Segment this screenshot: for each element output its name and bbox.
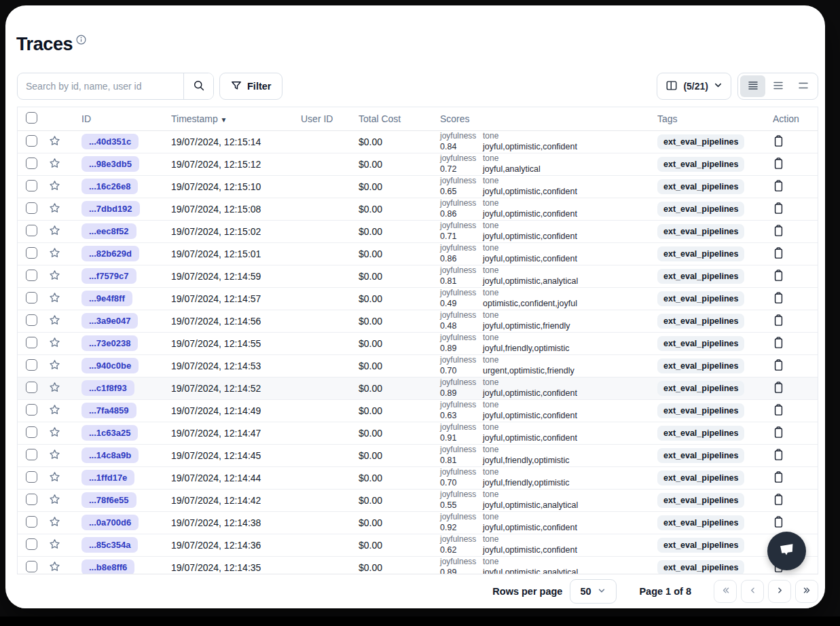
- delete-trace-button[interactable]: [773, 157, 784, 172]
- search-button[interactable]: [184, 73, 213, 100]
- tag-badge[interactable]: ext_eval_pipelines: [657, 336, 744, 351]
- bookmark-star-icon[interactable]: [48, 179, 61, 194]
- select-all-checkbox[interactable]: [26, 112, 37, 124]
- trace-id-badge[interactable]: ...9e4f8ff: [81, 291, 132, 306]
- filter-button[interactable]: Filter: [219, 73, 282, 100]
- row-checkbox[interactable]: [26, 292, 37, 303]
- delete-trace-button[interactable]: [773, 493, 784, 508]
- table-row[interactable]: ...3a9e047 19/07/2024, 12:14:56 $0.00 jo…: [18, 310, 818, 332]
- column-visibility-button[interactable]: (5/21): [657, 73, 731, 100]
- table-row[interactable]: ...f7579c7 19/07/2024, 12:14:59 $0.00 jo…: [18, 265, 818, 287]
- tag-badge[interactable]: ext_eval_pipelines: [657, 157, 744, 172]
- delete-trace-button[interactable]: [773, 314, 784, 329]
- table-row[interactable]: ...16c26e8 19/07/2024, 12:15:10 $0.00 jo…: [18, 175, 818, 198]
- delete-trace-button[interactable]: [773, 291, 784, 306]
- tag-badge[interactable]: ext_eval_pipelines: [657, 246, 744, 261]
- delete-trace-button[interactable]: [773, 179, 784, 194]
- trace-id-badge[interactable]: ...b8e8ff6: [81, 559, 134, 574]
- row-checkbox[interactable]: [26, 538, 37, 550]
- tag-badge[interactable]: ext_eval_pipelines: [657, 493, 744, 508]
- trace-id-badge[interactable]: ...7dbd192: [81, 201, 140, 217]
- info-icon[interactable]: [76, 35, 86, 48]
- row-checkbox[interactable]: [26, 359, 37, 371]
- delete-trace-button[interactable]: [773, 381, 784, 396]
- table-row[interactable]: ...9e4f8ff 19/07/2024, 12:14:57 $0.00 jo…: [18, 287, 818, 310]
- trace-id-badge[interactable]: ...98e3db5: [81, 156, 139, 172]
- next-page-button[interactable]: [768, 580, 791, 603]
- delete-trace-button[interactable]: [773, 426, 784, 441]
- table-row[interactable]: ...73e0238 19/07/2024, 12:14:55 $0.00 jo…: [18, 332, 818, 354]
- table-row[interactable]: ...98e3db5 19/07/2024, 12:15:12 $0.00 jo…: [18, 153, 818, 175]
- delete-trace-button[interactable]: [773, 515, 784, 530]
- trace-id-badge[interactable]: ...eec8f52: [81, 223, 136, 239]
- tag-badge[interactable]: ext_eval_pipelines: [657, 358, 744, 373]
- row-checkbox[interactable]: [26, 225, 37, 236]
- row-checkbox[interactable]: [26, 337, 37, 348]
- bookmark-star-icon[interactable]: [48, 381, 61, 396]
- table-row[interactable]: ...7dbd192 19/07/2024, 12:15:08 $0.00 jo…: [18, 198, 818, 220]
- bookmark-star-icon[interactable]: [48, 134, 61, 149]
- first-page-button[interactable]: [714, 580, 737, 603]
- bookmark-star-icon[interactable]: [48, 269, 61, 284]
- row-checkbox[interactable]: [26, 471, 37, 483]
- tag-badge[interactable]: ext_eval_pipelines: [657, 426, 744, 441]
- delete-trace-button[interactable]: [773, 403, 784, 418]
- bookmark-star-icon[interactable]: [48, 291, 61, 306]
- last-page-button[interactable]: [795, 580, 818, 603]
- tag-badge[interactable]: ext_eval_pipelines: [657, 538, 744, 553]
- trace-id-badge[interactable]: ...85c354a: [81, 537, 138, 553]
- table-row[interactable]: ...7fa4859 19/07/2024, 12:14:49 $0.00 jo…: [18, 399, 818, 422]
- tag-badge[interactable]: ext_eval_pipelines: [657, 202, 744, 217]
- table-row[interactable]: ...940c0be 19/07/2024, 12:14:53 $0.00 jo…: [18, 354, 818, 377]
- tag-badge[interactable]: ext_eval_pipelines: [657, 291, 744, 306]
- table-row[interactable]: ...1c63a25 19/07/2024, 12:14:47 $0.00 jo…: [18, 422, 818, 444]
- table-row[interactable]: ...82b629d 19/07/2024, 12:15:01 $0.00 jo…: [18, 242, 818, 265]
- tag-badge[interactable]: ext_eval_pipelines: [657, 471, 744, 485]
- row-checkbox[interactable]: [26, 426, 37, 438]
- row-checkbox[interactable]: [26, 561, 37, 572]
- bookmark-star-icon[interactable]: [48, 448, 61, 463]
- trace-id-badge[interactable]: ...1ffd17e: [81, 470, 134, 485]
- row-checkbox[interactable]: [26, 404, 37, 416]
- row-height-medium-button[interactable]: [765, 75, 790, 97]
- bookmark-star-icon[interactable]: [48, 336, 61, 351]
- bookmark-star-icon[interactable]: [48, 157, 61, 172]
- search-input[interactable]: [18, 81, 183, 92]
- previous-page-button[interactable]: [741, 580, 764, 603]
- row-checkbox[interactable]: [26, 382, 37, 393]
- delete-trace-button[interactable]: [773, 202, 784, 217]
- tag-badge[interactable]: ext_eval_pipelines: [657, 381, 744, 396]
- delete-trace-button[interactable]: [773, 471, 784, 485]
- trace-id-badge[interactable]: ...940c0be: [81, 358, 139, 373]
- delete-trace-button[interactable]: [773, 358, 784, 373]
- bookmark-star-icon[interactable]: [48, 314, 61, 329]
- trace-id-badge[interactable]: ...3a9e047: [81, 313, 138, 329]
- row-height-small-button[interactable]: [740, 75, 765, 97]
- bookmark-star-icon[interactable]: [48, 515, 61, 530]
- tag-badge[interactable]: ext_eval_pipelines: [657, 134, 744, 149]
- bookmark-star-icon[interactable]: [48, 202, 61, 217]
- tag-badge[interactable]: ext_eval_pipelines: [657, 403, 744, 418]
- table-row[interactable]: ...1ffd17e 19/07/2024, 12:14:44 $0.00 jo…: [18, 466, 818, 489]
- table-row[interactable]: ...0a700d6 19/07/2024, 12:14:38 $0.00 jo…: [18, 511, 818, 534]
- trace-id-badge[interactable]: ...82b629d: [81, 246, 139, 261]
- trace-id-badge[interactable]: ...f7579c7: [81, 268, 136, 284]
- row-checkbox[interactable]: [26, 449, 37, 460]
- bookmark-star-icon[interactable]: [48, 224, 61, 239]
- table-row[interactable]: ...c1f8f93 19/07/2024, 12:14:52 $0.00 jo…: [18, 377, 818, 399]
- bookmark-star-icon[interactable]: [48, 493, 61, 508]
- table-row[interactable]: ...78f6e55 19/07/2024, 12:14:42 $0.00 jo…: [18, 489, 818, 511]
- table-row[interactable]: ...b8e8ff6 19/07/2024, 12:14:35 $0.00 jo…: [18, 556, 818, 574]
- delete-trace-button[interactable]: [773, 134, 784, 149]
- delete-trace-button[interactable]: [773, 269, 784, 284]
- column-header-user-id[interactable]: User ID: [295, 107, 352, 130]
- trace-id-badge[interactable]: ...14c8a9b: [81, 447, 139, 463]
- rows-per-page-select[interactable]: 50: [570, 579, 617, 604]
- delete-trace-button[interactable]: [773, 246, 784, 261]
- table-row[interactable]: ...40d351c 19/07/2024, 12:15:14 $0.00 jo…: [18, 130, 818, 153]
- row-checkbox[interactable]: [26, 270, 37, 281]
- row-checkbox[interactable]: [26, 180, 37, 191]
- bookmark-star-icon[interactable]: [48, 246, 61, 261]
- trace-id-badge[interactable]: ...40d351c: [81, 134, 139, 149]
- table-row[interactable]: ...85c354a 19/07/2024, 12:14:36 $0.00 jo…: [18, 534, 818, 556]
